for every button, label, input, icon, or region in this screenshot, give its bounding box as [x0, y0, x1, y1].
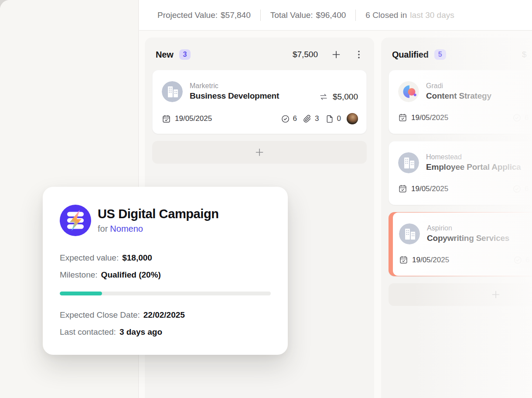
- closed-deals-stat: 6 Closed in last 30 days: [365, 10, 454, 20]
- paperclip-icon: [303, 114, 312, 124]
- projected-value-amount: $57,840: [221, 10, 251, 20]
- total-value-label: Total Value:: [270, 10, 313, 20]
- tasks-count: 6: [293, 114, 297, 123]
- add-card-button[interactable]: [389, 283, 532, 306]
- column-count-badge: 5: [434, 49, 446, 60]
- company-name: Gradi: [426, 82, 491, 90]
- plus-icon: [490, 289, 501, 300]
- last-contacted-label: Last contacted:: [60, 327, 116, 337]
- deal-title: Employee Portal Applica: [426, 161, 521, 173]
- deal-date: 19/05/2025: [411, 185, 448, 193]
- close-date-label: Expected Close Date:: [60, 310, 140, 320]
- company-avatar: [398, 152, 419, 173]
- milestone-label: Milestone:: [60, 270, 98, 280]
- column-count-badge: 3: [179, 49, 191, 60]
- plus-icon: [254, 147, 265, 158]
- last-contacted-value: 3 days ago: [119, 327, 162, 337]
- expected-value-amount: $18,000: [122, 253, 152, 263]
- deal-card-aspirion[interactable]: Aspirion Copywriting Services 19/05/2025: [389, 212, 532, 276]
- divider: [355, 10, 356, 21]
- check-circle-icon: [512, 184, 522, 193]
- notes-count: 0: [337, 114, 341, 123]
- column-menu-button[interactable]: [355, 50, 363, 59]
- deal-title: Business Development: [190, 90, 279, 102]
- crm-app-window: Projected Value: $57,840 Total Value: $9…: [0, 0, 532, 398]
- company-avatar: [399, 223, 420, 244]
- check-circle-icon: [512, 113, 522, 122]
- column-qualified-header: Qualified 5 $: [392, 46, 532, 63]
- deal-title: Copywriting Services: [427, 233, 509, 244]
- deal-preview-popup: US Digital Campaign forNomeno Expected v…: [43, 187, 288, 355]
- column-title: Qualified: [392, 50, 429, 60]
- close-date-line: Expected Close Date: 22/02/2025: [60, 306, 271, 323]
- milestone-line: Milestone: Qualified (20%): [60, 266, 271, 283]
- tasks-stat: 6: [281, 114, 297, 124]
- deal-date: 19/05/2025: [175, 114, 212, 123]
- column-total-value: $: [522, 50, 532, 59]
- add-card-button[interactable]: [152, 141, 367, 164]
- calendar-check-icon: [398, 113, 407, 122]
- divider: [260, 10, 261, 21]
- assignee-avatar[interactable]: [347, 113, 358, 124]
- company-avatar: [162, 81, 183, 102]
- calendar-check-icon: [162, 114, 171, 124]
- kebab-menu-icon: [355, 50, 363, 59]
- expected-value-label: Expected value:: [60, 253, 119, 263]
- deal-amount: $5,000: [333, 92, 358, 102]
- tasks-count: 6: [525, 113, 529, 122]
- column-title: New: [156, 50, 174, 60]
- company-avatar: [398, 81, 419, 102]
- deal-card-gradi[interactable]: Gradi Content Strategy 19/05/2025: [389, 70, 532, 134]
- plus-icon: [331, 49, 341, 60]
- column-new-header: New 3 $7,500: [156, 46, 363, 63]
- attachments-stat: 3: [303, 114, 319, 124]
- recurring-icon: [319, 92, 328, 102]
- closed-count-text: 6 Closed in: [365, 10, 407, 20]
- attachments-count: 3: [315, 114, 319, 123]
- last-contacted-line: Last contacted: 3 days ago: [60, 323, 271, 340]
- closed-period-text: last 30 days: [410, 10, 454, 20]
- client-link[interactable]: Nomeno: [110, 224, 143, 233]
- company-name: Marketric: [190, 82, 279, 90]
- expected-value-line: Expected value: $18,000: [60, 249, 271, 266]
- calendar-check-icon: [399, 255, 408, 264]
- projected-value-stat: Projected Value: $57,840: [157, 10, 251, 20]
- check-circle-icon: [281, 114, 290, 124]
- column-qualified: Qualified 5 $: [381, 38, 532, 398]
- tasks-stat: 6: [512, 113, 529, 122]
- tasks-stat: 6: [512, 184, 529, 193]
- deal-title: Content Strategy: [426, 90, 491, 102]
- projected-value-label: Projected Value:: [157, 10, 218, 20]
- milestone-value: Qualified (20%): [101, 270, 161, 280]
- milestone-progress-bar: [60, 292, 271, 295]
- tasks-stat: 6: [513, 255, 529, 264]
- popup-deal-title: US Digital Campaign: [98, 207, 219, 221]
- for-label: for: [98, 224, 108, 233]
- company-name: Aspirion: [427, 224, 509, 233]
- tasks-count: 6: [525, 185, 529, 193]
- tasks-count: 6: [525, 256, 529, 264]
- company-name: Homestead: [426, 153, 521, 161]
- deal-card-marketric[interactable]: Marketric Business Development $5,000: [152, 70, 367, 134]
- pipeline-summary-bar: Projected Value: $57,840 Total Value: $9…: [139, 0, 532, 31]
- total-value-stat: Total Value: $96,400: [270, 10, 346, 20]
- building-icon: [398, 152, 419, 173]
- building-icon: [399, 223, 420, 244]
- check-circle-icon: [513, 255, 522, 264]
- close-date-value: 22/02/2025: [143, 310, 185, 320]
- column-total-value: $7,500: [293, 50, 318, 59]
- add-deal-button[interactable]: [331, 49, 341, 60]
- building-icon: [162, 81, 183, 102]
- deal-date: 19/05/2025: [411, 113, 448, 122]
- total-value-amount: $96,400: [316, 10, 346, 20]
- notes-stat: 0: [325, 114, 341, 124]
- file-icon: [325, 114, 334, 124]
- deal-date: 19/05/2025: [412, 256, 449, 264]
- milestone-progress-fill: [60, 292, 102, 295]
- deal-card-homestead[interactable]: Homestead Employee Portal Applica 19/05/…: [389, 141, 532, 205]
- gradi-logo-icon: [398, 81, 419, 102]
- nomeno-logo-icon: [60, 205, 91, 236]
- calendar-check-icon: [398, 184, 407, 193]
